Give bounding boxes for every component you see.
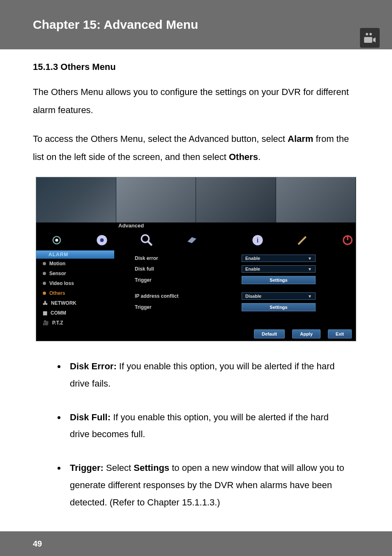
toolbar: i [36, 230, 356, 250]
select-value: Disable [245, 294, 261, 299]
bullet-icon [43, 282, 46, 285]
bullet-bold-settings: Settings [134, 463, 169, 473]
bullet-text-pre: Select [104, 463, 134, 473]
camera-preview-1 [36, 177, 116, 222]
sidebar-item-label: Motion [49, 261, 65, 266]
svg-rect-2 [364, 37, 372, 43]
bullet-icon [43, 292, 46, 295]
svg-line-9 [148, 242, 152, 246]
bullet-icon [43, 262, 46, 265]
svg-line-13 [298, 237, 306, 245]
row-trigger-2: Trigger Settings [118, 303, 352, 311]
row-trigger-1: Trigger Settings [118, 276, 352, 284]
ptz-icon: 🎥 [43, 320, 49, 326]
settings-panel: Disk error Enable▼ Disk full Enable▼ Tri… [118, 255, 352, 315]
access-text-suffix: . [258, 152, 261, 162]
gear-icon[interactable] [48, 232, 65, 248]
svg-point-5 [55, 239, 58, 241]
section-heading: 15.1.3 Others Menu [33, 62, 359, 72]
bullet-title: Disk Full: [70, 412, 111, 422]
camera-preview-3 [196, 177, 276, 222]
svg-point-7 [100, 239, 104, 242]
svg-point-0 [366, 33, 368, 35]
chevron-down-icon: ▼ [308, 294, 312, 299]
page-content: 15.1.3 Others Menu The Others Menu allow… [0, 49, 392, 511]
chapter-header: Chapter 15: Advanced Menu [0, 0, 392, 49]
select-disk-error[interactable]: Enable▼ [242, 255, 316, 262]
bullet-icon [43, 272, 46, 275]
chapter-title: Chapter 15: Advanced Menu [33, 18, 198, 32]
sidebar-item-sensor[interactable]: Sensor [36, 269, 114, 278]
chevron-down-icon: ▼ [308, 256, 312, 261]
sidebar-section-comm[interactable]: ▦COMM [36, 308, 114, 318]
select-ip-conflict[interactable]: Disable▼ [242, 292, 316, 300]
chevron-down-icon: ▼ [308, 267, 312, 271]
label-ip-conflict: IP address conflict [118, 293, 242, 299]
sidebar: ALARM Motion Sensor Video loss Others 🖧N… [36, 250, 114, 330]
svg-marker-10 [187, 237, 196, 243]
window-title: Advanced [118, 222, 144, 229]
camera-icon [360, 28, 380, 48]
label-disk-full: Disk full [118, 266, 242, 272]
dvr-screenshot: Advanced i ALARM [36, 177, 356, 341]
select-value: Enable [245, 256, 260, 261]
select-value: Enable [245, 266, 260, 271]
label-trigger: Trigger [118, 277, 242, 283]
sidebar-section-ptz[interactable]: 🎥P.T.Z [36, 318, 114, 328]
sidebar-item-label: Sensor [49, 271, 66, 276]
svg-text:i: i [256, 236, 258, 244]
tool-icon[interactable] [295, 232, 311, 248]
intro-paragraph: The Others Menu allows you to configure … [33, 83, 359, 119]
camera-preview-2 [116, 177, 196, 222]
sidebar-item-label: Others [49, 290, 65, 296]
sidebar-section-label: NETWORK [51, 300, 76, 306]
sidebar-item-label: Video loss [49, 280, 74, 286]
power-icon[interactable] [339, 232, 356, 248]
sidebar-item-motion[interactable]: Motion [36, 259, 114, 269]
row-ip-conflict: IP address conflict Disable▼ [118, 292, 352, 300]
row-disk-full: Disk full Enable▼ [118, 265, 352, 273]
sidebar-section-label: COMM [51, 310, 66, 316]
settings-button[interactable]: Settings [242, 276, 316, 284]
page-number: 49 [33, 539, 42, 549]
sidebar-item-others[interactable]: Others [36, 288, 114, 298]
camera-preview-4 [276, 177, 356, 222]
search-icon[interactable] [138, 232, 155, 248]
bullet-title: Trigger: [70, 463, 104, 473]
sidebar-section-network[interactable]: 🖧NETWORK [36, 298, 114, 308]
bullet-title: Disk Error: [70, 361, 117, 371]
bottom-buttons: Default Apply Exit [254, 329, 352, 338]
access-text-pre: To access the Others Menu, select the Ad… [33, 134, 288, 144]
info-icon[interactable]: i [249, 232, 266, 248]
bullet-trigger: Trigger: Select Settings to open a new w… [66, 459, 347, 511]
default-button[interactable]: Default [254, 329, 285, 338]
record-icon[interactable] [94, 232, 110, 248]
exit-button[interactable]: Exit [328, 329, 352, 338]
access-bold-others: Others [229, 152, 258, 162]
row-disk-error: Disk error Enable▼ [118, 255, 352, 262]
svg-point-1 [369, 33, 372, 35]
apply-button[interactable]: Apply [292, 329, 321, 338]
comm-icon: ▦ [43, 310, 47, 316]
label-trigger: Trigger [118, 304, 242, 310]
sidebar-section-label: P.T.Z [52, 320, 63, 326]
select-disk-full[interactable]: Enable▼ [242, 265, 316, 273]
sidebar-item-video-loss[interactable]: Video loss [36, 278, 114, 288]
bullet-disk-full: Disk Full: If you enable this option, yo… [66, 409, 347, 443]
access-bold-alarm: Alarm [288, 134, 313, 144]
camera-preview-strip [36, 177, 356, 222]
settings-button[interactable]: Settings [242, 303, 316, 311]
sidebar-header-alarm[interactable]: ALARM [36, 250, 114, 259]
svg-marker-3 [373, 37, 376, 42]
page-footer: 49 [0, 531, 392, 556]
label-disk-error: Disk error [118, 255, 242, 261]
bullet-list: Disk Error: If you enable this option, y… [33, 358, 359, 511]
access-paragraph: To access the Others Menu, select the Ad… [33, 130, 359, 166]
svg-point-8 [142, 235, 149, 242]
network-icon: 🖧 [43, 300, 48, 306]
disk-icon[interactable] [184, 232, 200, 248]
bullet-disk-error: Disk Error: If you enable this option, y… [66, 358, 347, 392]
